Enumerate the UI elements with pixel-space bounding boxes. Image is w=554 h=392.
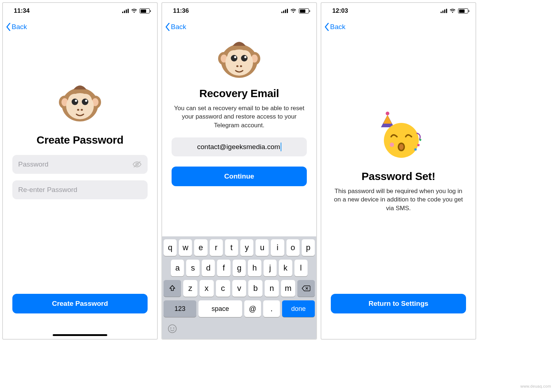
- emoji-icon: [167, 324, 177, 334]
- keyboard-row-1: q w e r t y u i o p: [164, 239, 315, 256]
- hide-password-icon[interactable]: [132, 161, 142, 168]
- back-label: Back: [12, 23, 27, 31]
- key-q[interactable]: q: [164, 239, 177, 256]
- key-m[interactable]: m: [281, 280, 295, 297]
- email-input[interactable]: contact@igeeksmedia.com: [172, 137, 307, 156]
- key-shift[interactable]: [164, 280, 181, 297]
- back-button[interactable]: Back: [165, 23, 186, 31]
- nav-bar: Back: [162, 19, 316, 35]
- key-d[interactable]: d: [202, 260, 215, 276]
- status-bar: 11:36: [162, 3, 316, 19]
- key-c[interactable]: c: [216, 280, 230, 297]
- status-time: 11:34: [14, 7, 29, 15]
- key-w[interactable]: w: [179, 239, 192, 256]
- page-subtitle: You can set a recovery email to be able …: [172, 104, 307, 129]
- key-space[interactable]: space: [198, 300, 242, 317]
- return-to-settings-button[interactable]: Return to Settings: [331, 294, 466, 313]
- key-p[interactable]: p: [302, 239, 315, 256]
- status-indicators: [122, 8, 150, 13]
- password-placeholder: Password: [18, 160, 132, 168]
- battery-icon: [140, 8, 150, 13]
- svg-point-9: [75, 100, 77, 102]
- key-f[interactable]: f: [217, 260, 230, 276]
- back-label: Back: [330, 23, 345, 31]
- cellular-icon: [441, 9, 447, 13]
- status-time: 12:03: [332, 7, 348, 15]
- svg-point-32: [173, 327, 174, 328]
- key-r[interactable]: r: [210, 239, 223, 256]
- key-period[interactable]: .: [263, 300, 280, 317]
- key-a[interactable]: a: [171, 260, 184, 276]
- text-caret: [281, 143, 281, 151]
- key-done[interactable]: done: [282, 300, 315, 317]
- key-u[interactable]: u: [256, 239, 269, 256]
- key-o[interactable]: o: [286, 239, 300, 256]
- cellular-icon: [122, 9, 129, 13]
- page-title: Password Set!: [362, 170, 435, 183]
- svg-point-24: [231, 55, 237, 61]
- key-g[interactable]: g: [233, 260, 246, 276]
- monkey-icon: [58, 82, 102, 126]
- key-numbers[interactable]: 123: [164, 300, 196, 317]
- key-v[interactable]: v: [232, 280, 246, 297]
- status-bar: 12:03: [321, 3, 475, 19]
- key-t[interactable]: t: [225, 239, 238, 256]
- svg-point-30: [168, 325, 176, 333]
- shift-icon: [169, 285, 176, 292]
- svg-point-10: [82, 99, 88, 105]
- status-time: 11:36: [173, 7, 189, 15]
- email-value: contact@igeeksmedia.com: [197, 143, 280, 151]
- page-title: Create Password: [37, 134, 124, 146]
- reenter-password-input[interactable]: Re-enter Password: [12, 180, 148, 199]
- screen-recovery-email: 11:36 Back: [161, 2, 317, 340]
- svg-point-11: [85, 100, 87, 102]
- key-h[interactable]: h: [248, 260, 261, 276]
- key-x[interactable]: x: [200, 280, 214, 297]
- page-title: Recovery Email: [199, 87, 279, 100]
- continue-button[interactable]: Continue: [172, 167, 307, 186]
- key-z[interactable]: z: [183, 280, 197, 297]
- status-indicators: [281, 8, 309, 13]
- chevron-left-icon: [324, 23, 329, 31]
- nav-bar: Back: [3, 19, 157, 35]
- svg-point-39: [390, 143, 394, 147]
- back-button[interactable]: Back: [324, 23, 345, 31]
- key-b[interactable]: b: [248, 280, 262, 297]
- back-button[interactable]: Back: [6, 23, 27, 31]
- status-indicators: [441, 8, 468, 13]
- backspace-icon: [302, 285, 310, 292]
- key-k[interactable]: k: [279, 260, 292, 276]
- primary-button-label: Return to Settings: [369, 300, 429, 308]
- nav-bar: Back: [321, 19, 475, 35]
- key-e[interactable]: e: [194, 239, 207, 256]
- key-n[interactable]: n: [265, 280, 279, 297]
- reenter-placeholder: Re-enter Password: [18, 186, 142, 194]
- svg-point-29: [240, 65, 242, 67]
- keyboard-row-3: z x c v b n m: [164, 280, 315, 297]
- keyboard-row-4: 123 space @ . done: [164, 300, 315, 317]
- monkey-icon: [217, 39, 261, 82]
- wifi-icon: [131, 8, 137, 13]
- emoji-key[interactable]: [164, 321, 315, 337]
- key-s[interactable]: s: [186, 260, 199, 276]
- watermark: www.deuaq.com: [520, 384, 551, 388]
- page-subtitle: This password will be required when you …: [331, 187, 466, 212]
- party-face-icon: [373, 111, 424, 162]
- svg-point-27: [244, 56, 246, 58]
- svg-point-13: [81, 109, 83, 111]
- home-indicator[interactable]: [53, 334, 107, 336]
- primary-button-label: Create Password: [52, 300, 108, 308]
- svg-marker-34: [383, 115, 392, 124]
- svg-point-12: [77, 109, 79, 111]
- key-at[interactable]: @: [244, 300, 261, 317]
- key-j[interactable]: j: [264, 260, 277, 276]
- create-password-button[interactable]: Create Password: [12, 294, 148, 313]
- key-backspace[interactable]: [297, 280, 315, 297]
- key-y[interactable]: y: [240, 239, 253, 256]
- password-input[interactable]: Password: [12, 155, 148, 174]
- back-label: Back: [171, 23, 186, 31]
- key-i[interactable]: i: [271, 239, 284, 256]
- svg-point-28: [236, 65, 238, 67]
- key-l[interactable]: l: [294, 260, 308, 276]
- screen-create-password: 11:34 Back: [2, 2, 158, 340]
